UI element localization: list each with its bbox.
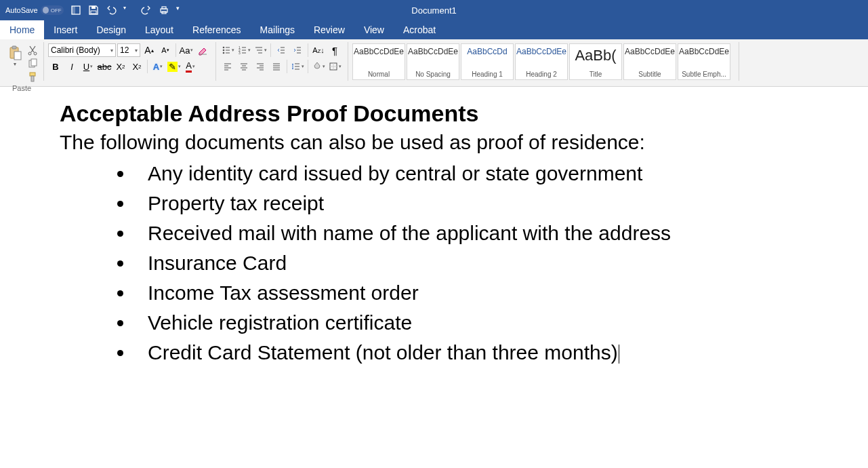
tab-view[interactable]: View: [354, 20, 394, 39]
underline-button[interactable]: U▾: [81, 60, 96, 73]
style-item[interactable]: AaBb(Title: [569, 43, 622, 80]
paste-label: Paste: [5, 84, 38, 92]
tab-insert[interactable]: Insert: [44, 20, 87, 39]
save-icon[interactable]: [88, 5, 99, 16]
svg-rect-8: [12, 46, 16, 49]
align-right-button[interactable]: [253, 60, 268, 73]
autosave-knob: [43, 7, 49, 14]
numbering-button[interactable]: 123▾: [236, 43, 251, 57]
tab-design[interactable]: Design: [87, 20, 136, 39]
strikethrough-button[interactable]: abc: [97, 60, 112, 73]
list-item: Vehicle registration certificate: [134, 311, 808, 334]
style-item[interactable]: AaBbCcDdHeading 1: [461, 43, 514, 80]
paste-dropdown-icon[interactable]: ▾: [14, 61, 16, 67]
cut-icon[interactable]: [27, 45, 38, 56]
document-title: Document1: [411, 5, 456, 16]
style-label: Heading 2: [526, 71, 557, 78]
style-label: No Spacing: [415, 71, 451, 78]
borders-button[interactable]: ▾: [327, 60, 342, 73]
svg-rect-13: [31, 59, 37, 66]
sort-button[interactable]: AZ↓: [311, 43, 326, 57]
style-sample: AaBbCcDdEe: [354, 47, 404, 56]
svg-text:3: 3: [239, 51, 241, 55]
autosave-label: AutoSave: [5, 6, 38, 14]
quick-access-toolbar: ▾ ▾: [70, 5, 187, 16]
copy-icon[interactable]: [27, 58, 38, 69]
ribbon-tabs: Home Insert Design Layout References Mai…: [0, 20, 868, 39]
svg-rect-2: [91, 6, 96, 9]
show-marks-button[interactable]: ¶: [327, 43, 342, 57]
qat-customize-icon[interactable]: ▾: [176, 5, 187, 16]
text-effects-button[interactable]: A▾: [150, 60, 165, 73]
increase-indent-button[interactable]: [290, 43, 305, 57]
redo-icon[interactable]: [141, 5, 152, 16]
format-painter-icon[interactable]: [27, 72, 38, 83]
svg-point-18: [222, 52, 224, 54]
font-color-button[interactable]: A▾: [183, 60, 198, 73]
style-label: Subtle Emph...: [682, 71, 726, 78]
subscript-button[interactable]: X2: [113, 60, 128, 73]
svg-rect-3: [91, 11, 96, 14]
svg-rect-14: [30, 73, 35, 76]
ribbon: ▾ Paste Calibri (Body) ▾ 12 ▾ A▴: [0, 39, 868, 87]
tab-mailings[interactable]: Mailings: [251, 20, 304, 39]
document-area[interactable]: Acceptable Address Proof Documents The f…: [0, 87, 868, 385]
undo-dropdown-icon[interactable]: ▾: [123, 5, 134, 16]
list-item: Any identity card issued by central or s…: [134, 162, 808, 185]
shading-button[interactable]: ▾: [311, 60, 326, 73]
tab-acrobat[interactable]: Acrobat: [394, 20, 445, 39]
superscript-button[interactable]: X2: [129, 60, 144, 73]
style-item[interactable]: AaBbCcDdEeNo Spacing: [407, 43, 459, 80]
multilevel-list-button[interactable]: ▾: [253, 43, 268, 57]
italic-button[interactable]: I: [64, 60, 79, 73]
tab-references[interactable]: References: [183, 20, 251, 39]
style-item[interactable]: AaBbCcDdEeHeading 2: [515, 43, 568, 80]
style-sample: AaBbCcDdEe: [679, 47, 729, 56]
style-item[interactable]: AaBbCcDdEeSubtitle: [623, 43, 676, 80]
style-item[interactable]: AaBbCcDdEeNormal: [352, 43, 405, 80]
clipboard-group: ▾ Paste: [4, 42, 44, 81]
highlight-button[interactable]: ✎▾: [167, 60, 182, 73]
paste-button[interactable]: ▾: [5, 43, 24, 83]
grow-font-button[interactable]: A▴: [142, 43, 157, 57]
print-icon[interactable]: [159, 5, 169, 16]
bold-button[interactable]: B: [48, 60, 63, 73]
style-sample: AaBbCcDdEe: [516, 47, 566, 56]
svg-point-16: [222, 47, 224, 49]
file-icon[interactable]: [70, 5, 81, 16]
list-item: Received mail with name of the applicant…: [134, 222, 808, 245]
list-item: Property tax receipt: [134, 192, 808, 215]
align-center-button[interactable]: [236, 60, 251, 73]
style-label: Subtitle: [638, 71, 661, 78]
shrink-font-button[interactable]: A▾: [158, 43, 173, 57]
document-heading: Acceptable Address Proof Documents: [60, 100, 808, 127]
svg-point-11: [34, 52, 37, 55]
tab-home[interactable]: Home: [0, 20, 44, 39]
justify-button[interactable]: [269, 60, 284, 73]
autosave-control[interactable]: AutoSave OFF: [5, 5, 64, 15]
tab-review[interactable]: Review: [304, 20, 354, 39]
font-name-value: Calibri (Body): [51, 45, 100, 55]
style-sample: AaBbCcDdEe: [625, 47, 675, 56]
align-left-button[interactable]: [220, 60, 235, 73]
decrease-indent-button[interactable]: [274, 43, 289, 57]
line-spacing-button[interactable]: ▾: [290, 60, 305, 73]
style-label: Title: [590, 71, 602, 78]
list-item: Credit Card Statement (not older than th…: [134, 341, 808, 364]
autosave-toggle[interactable]: OFF: [41, 5, 64, 15]
clear-formatting-button[interactable]: [195, 43, 210, 57]
style-label: Heading 1: [472, 71, 503, 78]
change-case-button[interactable]: Aa▾: [179, 43, 194, 57]
document-list: Any identity card issued by central or s…: [60, 162, 808, 364]
list-item: Income Tax assessment order: [134, 281, 808, 305]
undo-icon[interactable]: [106, 5, 117, 16]
tab-layout[interactable]: Layout: [136, 20, 183, 39]
font-size-combo[interactable]: 12 ▾: [117, 43, 140, 57]
font-name-combo[interactable]: Calibri (Body) ▾: [48, 43, 116, 57]
style-sample: AaBbCcDd: [467, 47, 507, 56]
bullets-button[interactable]: ▾: [220, 43, 235, 57]
style-item[interactable]: AaBbCcDdEeSubtle Emph...: [678, 43, 730, 80]
style-sample: AaBb(: [575, 47, 616, 64]
document-intro: The following documents can also be used…: [60, 131, 808, 154]
autosave-state: OFF: [51, 7, 62, 14]
